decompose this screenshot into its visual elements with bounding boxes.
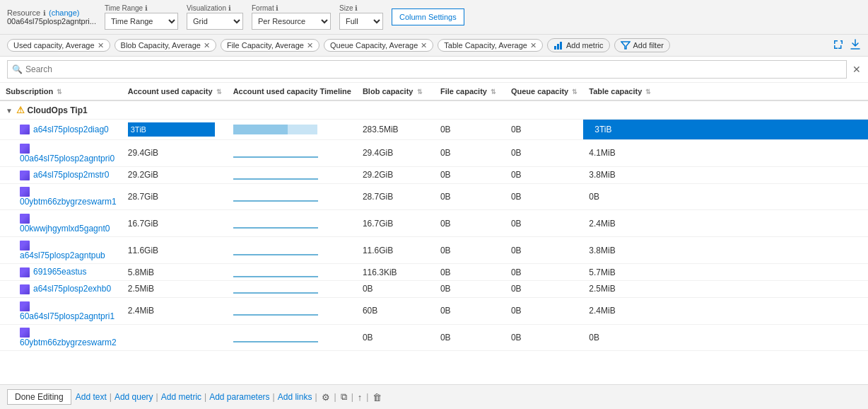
timeline-underline	[233, 333, 318, 342]
metric-chip-label-4: Table Capacity, Average	[444, 41, 527, 50]
blob-capacity-cell: 60B	[357, 297, 435, 324]
queue-capacity-cell: 0B	[505, 324, 583, 351]
storage-icon	[20, 187, 30, 197]
table-capacity-cell: 4.1MiB	[583, 140, 868, 167]
format-select[interactable]: Per Resource	[252, 13, 331, 30]
search-input[interactable]	[25, 64, 842, 74]
add-parameters-link[interactable]: Add parameters	[209, 392, 269, 402]
format-group: Format ℹ Per Resource	[252, 4, 331, 30]
acc-used-value: 2.5MiB	[128, 284, 154, 294]
blob-capacity-cell: 29.2GiB	[357, 166, 435, 183]
table-row: 691965eastus5.8MiB116.3KiB0B0B5.7MiB	[0, 264, 868, 281]
sort-icon-table[interactable]: ⇅	[645, 88, 651, 96]
row-name-link[interactable]: a64sl75plosp2diag0	[33, 125, 109, 134]
resource-change-link[interactable]: (change)	[49, 8, 79, 17]
add-links-link[interactable]: Add links	[278, 392, 312, 402]
queue-capacity-cell: 0B	[505, 140, 583, 167]
metric-chip-remove-1[interactable]: ✕	[204, 42, 210, 50]
row-name-link[interactable]: 60a64sl75plosp2agntpri1	[20, 311, 115, 321]
storage-icon	[20, 267, 30, 277]
add-text-link[interactable]: Add text	[76, 392, 107, 402]
row-name-link[interactable]: 691965eastus	[33, 267, 86, 277]
sort-icon-blob[interactable]: ⇅	[417, 88, 423, 96]
expand-icon-button[interactable]	[833, 39, 844, 52]
storage-icon	[20, 301, 30, 311]
settings-icon[interactable]: ⚙	[322, 392, 330, 403]
sep-5: |	[334, 392, 336, 402]
row-name-link[interactable]: 60ybtm66zbygrzeswarm2	[20, 338, 117, 347]
table-row: 00a64sl75plosp2agntpri029.4GiB29.4GiB0B0…	[0, 140, 868, 167]
storage-icon	[20, 125, 30, 134]
storage-icon	[20, 241, 30, 250]
metric-chip-0: Used capacity, Average ✕	[7, 39, 110, 52]
sep-3: |	[273, 392, 275, 402]
sort-icon-queue[interactable]: ⇅	[572, 88, 577, 96]
timeline-bar-light	[288, 125, 317, 134]
add-query-link[interactable]: Add query	[115, 392, 153, 402]
file-capacity-cell: 0B	[435, 210, 505, 237]
metric-chip-remove-3[interactable]: ✕	[421, 42, 427, 50]
table-row: 60a64sl75plosp2agntpri12.4MiB60B0B0B2.4M…	[0, 297, 868, 324]
time-range-select[interactable]: Time Range	[105, 13, 178, 30]
resource-section: Resource ℹ (change) 00a64sl75plosp2agntp…	[7, 8, 96, 25]
add-metric-button[interactable]: Add metric	[547, 38, 610, 52]
acc-used-value: 28.7GiB	[128, 192, 158, 202]
metric-chip-remove-2[interactable]: ✕	[307, 42, 313, 50]
table-capacity-cell: 0B	[583, 183, 868, 210]
table-row: 60ybtm66zbygrzeswarm20B0B0B0B	[0, 324, 868, 351]
table-header-row: Subscription ⇅ Account used capacity ⇅ A…	[0, 83, 868, 100]
column-settings-button[interactable]: Column Settings	[392, 8, 464, 25]
table-capacity-cell: 3.8MiB	[583, 237, 868, 264]
svg-marker-3	[621, 42, 630, 49]
table-capacity-cell: 3.8MiB	[583, 166, 868, 183]
data-table: Subscription ⇅ Account used capacity ⇅ A…	[0, 83, 868, 351]
metric-chip-label-0: Used capacity, Average	[13, 41, 95, 50]
sep-0: |	[110, 392, 112, 402]
sort-icon-subscription[interactable]: ⇅	[57, 88, 62, 96]
sort-icon-acc-used[interactable]: ⇅	[216, 88, 222, 96]
blob-capacity-cell: 0B	[357, 280, 435, 297]
blob-capacity-cell: 16.7GiB	[357, 210, 435, 237]
blob-capacity-cell: 11.6GiB	[357, 237, 435, 264]
search-clear-button[interactable]: ✕	[852, 64, 861, 75]
add-filter-button[interactable]: Add filter	[614, 38, 670, 52]
row-name-link[interactable]: 00kwwjhgymlxd5gagnt0	[20, 224, 110, 234]
filter-icon	[621, 40, 631, 50]
delete-icon[interactable]: 🗑	[373, 392, 382, 403]
metric-chip-2: File Capacity, Average ✕	[221, 39, 319, 52]
move-up-icon[interactable]: ↑	[358, 392, 363, 403]
group-name: CloudOps Tip1	[28, 105, 88, 115]
visualization-select[interactable]: Grid	[187, 13, 243, 30]
acc-used-value: 2.4MiB	[128, 306, 154, 316]
row-name-link[interactable]: 00ybtm66zbygrzeswarm1	[20, 197, 117, 207]
metric-chip-remove-0[interactable]: ✕	[98, 42, 104, 50]
filter-row: Used capacity, Average ✕ Blob Capacity, …	[0, 35, 868, 57]
resource-label-text: Resource	[7, 8, 40, 17]
search-row: 🔍 ✕	[0, 57, 868, 83]
time-range-label: Time Range ℹ	[105, 4, 178, 12]
storage-icon	[20, 171, 30, 180]
row-name-link[interactable]: 00a64sl75plosp2agntpri0	[20, 154, 115, 163]
sort-icon-file[interactable]: ⇅	[491, 88, 496, 96]
copy-icon[interactable]: ⧉	[341, 391, 347, 403]
timeline-underline	[233, 246, 318, 255]
bottom-bar: Done Editing Add text | Add query | Add …	[0, 384, 868, 409]
size-select[interactable]: Full	[339, 13, 383, 30]
metric-chip-remove-4[interactable]: ✕	[530, 42, 536, 50]
timeline-underline	[233, 267, 318, 277]
add-metric-link[interactable]: Add metric	[161, 392, 201, 402]
done-editing-button[interactable]: Done Editing	[7, 389, 71, 405]
table-capacity-cell: 0B	[583, 324, 868, 351]
storage-icon	[20, 214, 30, 224]
bar-text: 3TiB	[131, 125, 146, 134]
row-name-link[interactable]: a64sl75plosp2agntpub	[20, 250, 105, 260]
row-name-link[interactable]: a64sl75plosp2mstr0	[33, 170, 109, 180]
download-icon-button[interactable]	[850, 39, 861, 52]
svg-rect-2	[560, 42, 562, 50]
col-header-subscription: Subscription ⇅	[0, 83, 122, 100]
row-name-link[interactable]: a64sl75plosp2exhb0	[33, 284, 111, 294]
sep-1: |	[156, 392, 158, 402]
table-capacity-cell: 2.5MiB	[583, 280, 868, 297]
expand-group-icon[interactable]: ▼	[6, 107, 13, 115]
col-header-blob: Blob capacity ⇅	[357, 83, 435, 100]
